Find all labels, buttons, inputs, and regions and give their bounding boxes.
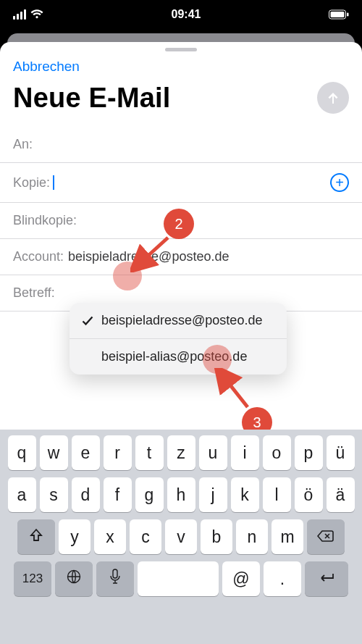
add-contact-button[interactable]: +: [330, 173, 349, 192]
subject-label: Betreff:: [13, 285, 55, 301]
svg-line-4: [220, 372, 248, 407]
globe-icon: [66, 569, 82, 589]
key-p[interactable]: p: [295, 435, 323, 470]
key-e[interactable]: e: [72, 435, 100, 470]
compose-sheet: Abbrechen Neue E-Mail An: Kopie: + Blind…: [0, 42, 362, 644]
key-y[interactable]: y: [59, 519, 90, 554]
battery-icon: [329, 9, 349, 20]
sheet-grabber[interactable]: [165, 48, 197, 51]
microphone-icon: [109, 569, 121, 589]
key-h[interactable]: h: [167, 477, 195, 512]
dot-key[interactable]: .: [264, 561, 301, 596]
to-label: An:: [13, 137, 48, 152]
return-icon: [317, 569, 336, 589]
key-o[interactable]: o: [263, 435, 291, 470]
backspace-key[interactable]: [307, 519, 345, 554]
key-ae[interactable]: ä: [327, 477, 355, 512]
key-j[interactable]: j: [199, 477, 227, 512]
keyboard: q w e r t z u i o p ü a s d f g h j k: [0, 430, 362, 644]
account-field[interactable]: Account: beispieladresse@posteo.de: [0, 239, 362, 275]
cc-field[interactable]: Kopie: +: [0, 163, 362, 203]
key-ue[interactable]: ü: [327, 435, 355, 470]
at-key[interactable]: @: [222, 561, 260, 596]
key-b[interactable]: b: [201, 519, 232, 554]
key-x[interactable]: x: [94, 519, 126, 554]
key-c[interactable]: c: [130, 519, 161, 554]
account-option-0[interactable]: beispieladresse@posteo.de: [70, 303, 287, 338]
key-i[interactable]: i: [231, 435, 259, 470]
key-w[interactable]: w: [40, 435, 68, 470]
bcc-label: Blindkopie:: [13, 213, 77, 228]
key-g[interactable]: g: [135, 477, 164, 512]
wifi-icon: [30, 9, 43, 20]
key-r[interactable]: r: [104, 435, 132, 470]
key-d[interactable]: d: [72, 477, 100, 512]
svg-line-3: [136, 238, 168, 267]
key-z[interactable]: z: [167, 435, 195, 470]
svg-rect-6: [113, 569, 117, 578]
key-a[interactable]: a: [8, 477, 36, 512]
shift-icon: [29, 527, 43, 547]
arrow-up-icon: [325, 90, 341, 106]
backspace-icon: [317, 527, 334, 547]
key-s[interactable]: s: [40, 477, 68, 512]
key-oe[interactable]: ö: [295, 477, 323, 512]
account-label: Account:: [13, 249, 64, 264]
cc-label: Kopie:: [13, 175, 50, 191]
dictation-key[interactable]: [96, 561, 134, 596]
key-k[interactable]: k: [231, 477, 259, 512]
cellular-signal-icon: [13, 9, 26, 20]
svg-rect-1: [330, 12, 344, 17]
shift-key[interactable]: [17, 519, 55, 554]
account-option-label: beispieladresse@posteo.de: [101, 313, 262, 328]
plus-icon: +: [335, 175, 344, 190]
key-u[interactable]: u: [199, 435, 227, 470]
key-f[interactable]: f: [104, 477, 132, 512]
key-n[interactable]: n: [236, 519, 268, 554]
svg-rect-2: [347, 13, 349, 17]
clock: 09:41: [172, 8, 201, 21]
to-field[interactable]: An:: [0, 127, 362, 163]
annotation-arrow-3: [214, 368, 255, 411]
key-l[interactable]: l: [263, 477, 291, 512]
space-key[interactable]: [138, 561, 219, 596]
return-key[interactable]: [305, 561, 348, 596]
status-bar: 09:41: [0, 0, 362, 29]
numbers-key[interactable]: 123: [14, 561, 51, 596]
key-m[interactable]: m: [272, 519, 303, 554]
key-q[interactable]: q: [8, 435, 36, 470]
key-t[interactable]: t: [135, 435, 164, 470]
text-cursor: [53, 175, 54, 190]
account-dropdown: beispieladresse@posteo.de beispiel-alias…: [70, 303, 287, 375]
annotation-arrow-2: [130, 235, 174, 272]
checkmark-icon: [81, 316, 94, 326]
key-v[interactable]: v: [165, 519, 197, 554]
page-title: Neue E-Mail: [13, 83, 171, 114]
globe-key[interactable]: [55, 561, 93, 596]
cancel-button[interactable]: Abbrechen: [0, 51, 93, 78]
send-button[interactable]: [317, 82, 349, 114]
